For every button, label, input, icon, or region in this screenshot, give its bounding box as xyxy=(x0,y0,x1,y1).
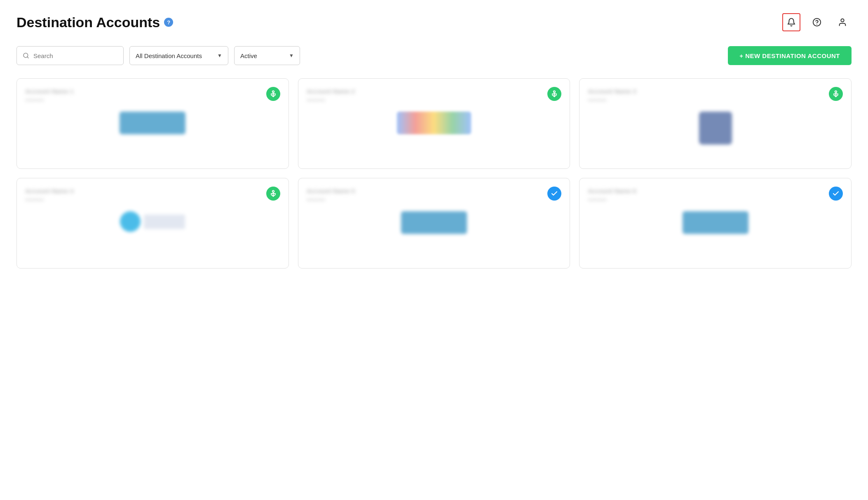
svg-point-2 xyxy=(841,19,844,22)
search-box xyxy=(16,46,124,65)
card-logo xyxy=(307,211,562,234)
destination-account-card[interactable]: Account Name 6•••••••••• xyxy=(579,178,852,269)
card-title: Account Name 1•••••••••• xyxy=(25,87,74,104)
card-header: Account Name 3•••••••••• xyxy=(588,87,843,104)
status-dropdown-label: Active xyxy=(240,52,257,59)
bell-icon xyxy=(787,18,796,27)
status-badge xyxy=(547,87,561,101)
status-dropdown[interactable]: Active ▼ xyxy=(234,46,300,65)
user-icon xyxy=(838,18,847,27)
header-left: Destination Accounts ? xyxy=(16,14,173,30)
card-logo xyxy=(307,112,562,134)
chevron-down-icon: ▼ xyxy=(217,53,222,58)
card-logo xyxy=(25,112,280,134)
status-badge xyxy=(547,187,561,201)
card-header: Account Name 5•••••••••• xyxy=(307,187,562,204)
card-header: Account Name 4•••••••••• xyxy=(25,187,280,204)
page-header: Destination Accounts ? xyxy=(16,13,852,31)
destination-account-card[interactable]: Account Name 4•••••••••• xyxy=(16,178,289,269)
user-button[interactable] xyxy=(833,13,852,31)
accounts-dropdown[interactable]: All Destination Accounts ▼ xyxy=(129,46,228,65)
page-title: Destination Accounts xyxy=(16,14,160,30)
card-header: Account Name 1•••••••••• xyxy=(25,87,280,104)
card-title: Account Name 6•••••••••• xyxy=(588,187,636,204)
card-logo xyxy=(588,211,843,234)
chevron-down-icon: ▼ xyxy=(289,53,294,58)
svg-line-4 xyxy=(27,57,28,58)
bell-button[interactable] xyxy=(782,13,800,31)
status-badge xyxy=(829,187,843,201)
status-badge xyxy=(266,87,280,101)
header-right xyxy=(782,13,852,31)
card-header: Account Name 6•••••••••• xyxy=(588,187,843,204)
help-circle-button[interactable] xyxy=(808,13,826,31)
destination-account-card[interactable]: Account Name 1•••••••••• xyxy=(16,78,289,169)
status-badge xyxy=(829,87,843,101)
accounts-dropdown-label: All Destination Accounts xyxy=(136,52,202,59)
search-icon xyxy=(23,52,29,59)
new-destination-account-button[interactable]: + NEW DESTINATION ACCOUNT xyxy=(728,46,852,65)
card-title: Account Name 3•••••••••• xyxy=(588,87,636,104)
card-title: Account Name 4•••••••••• xyxy=(25,187,74,204)
card-logo xyxy=(588,112,843,145)
card-logo xyxy=(25,211,280,232)
card-header: Account Name 2•••••••••• xyxy=(307,87,562,104)
destination-account-card[interactable]: Account Name 5•••••••••• xyxy=(298,178,570,269)
destination-account-card[interactable]: Account Name 2•••••••••• xyxy=(298,78,570,169)
cards-grid: Account Name 1•••••••••• Account Name 2•… xyxy=(16,78,852,269)
help-icon[interactable]: ? xyxy=(164,18,173,27)
status-badge xyxy=(266,187,280,201)
destination-account-card[interactable]: Account Name 3•••••••••• xyxy=(579,78,852,169)
toolbar: All Destination Accounts ▼ Active ▼ + NE… xyxy=(16,46,852,65)
question-icon xyxy=(812,18,821,27)
card-title: Account Name 2•••••••••• xyxy=(307,87,355,104)
search-input[interactable] xyxy=(33,52,117,59)
card-title: Account Name 5•••••••••• xyxy=(307,187,355,204)
